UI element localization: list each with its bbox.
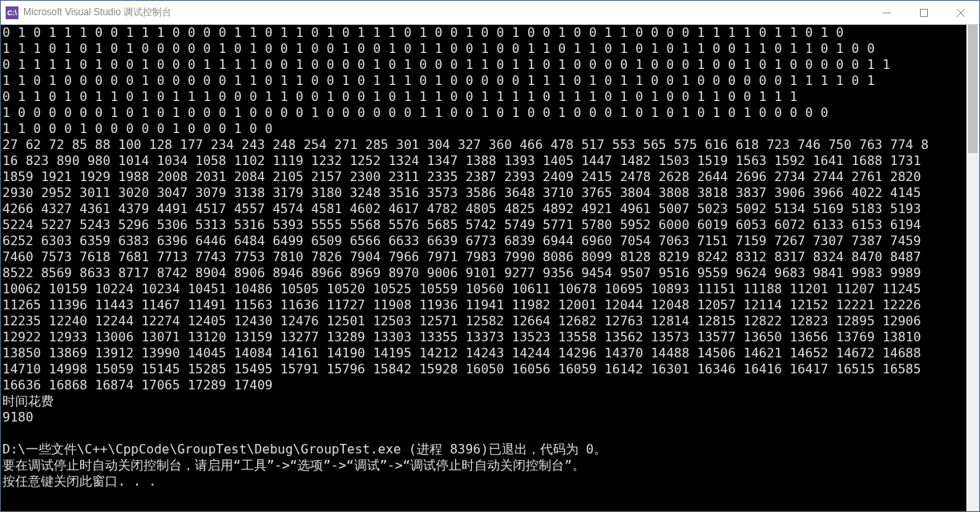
minimize-button[interactable] (869, 1, 905, 24)
maximize-button[interactable] (905, 1, 942, 24)
console-area: 0 1 0 1 1 1 0 0 1 1 1 0 0 0 0 1 1 0 1 1 … (1, 25, 979, 511)
console-output: 0 1 0 1 1 1 0 0 1 1 1 0 0 0 0 1 1 0 1 1 … (1, 25, 966, 511)
vertical-scrollbar[interactable] (966, 25, 979, 511)
window-title: Microsoft Visual Studio 调试控制台 (23, 6, 869, 19)
scrollbar-thumb[interactable] (968, 25, 978, 153)
window-controls (869, 1, 979, 24)
close-button[interactable] (942, 1, 979, 24)
window-titlebar: C:\ Microsoft Visual Studio 调试控制台 (1, 1, 979, 25)
svg-rect-1 (921, 9, 928, 16)
app-icon: C:\ (6, 6, 18, 19)
